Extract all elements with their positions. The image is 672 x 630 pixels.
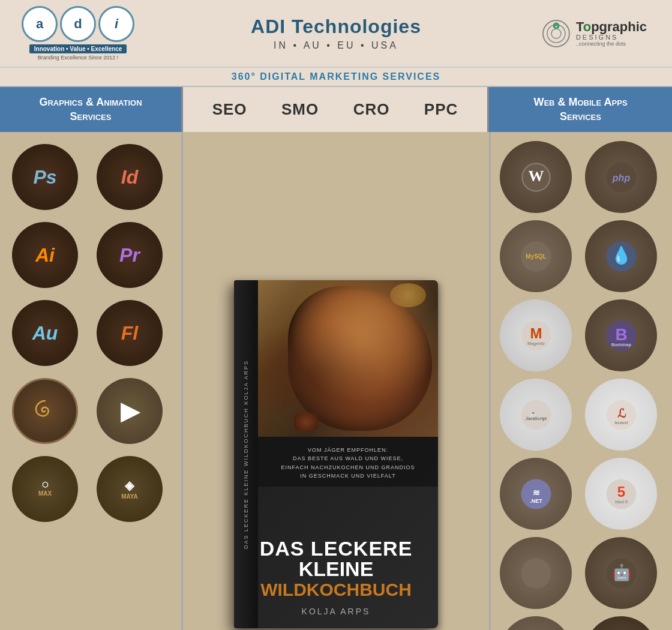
adi-logo: a d i: [22, 6, 134, 42]
svg-text:B: B: [615, 325, 627, 344]
indesign-icon: Id: [97, 144, 163, 210]
drupal-symbol: 💧: [605, 240, 638, 273]
wordpress-icon: W: [500, 141, 572, 213]
mysql-symbol: MySQL: [520, 240, 553, 273]
book-section: DAS LECKERE KLEINE WILDKOCHBUCH KOLJA AR…: [183, 132, 489, 630]
book-cover-image: [258, 280, 438, 437]
branding-sub: Branding Excellence Since 2012 !: [38, 55, 119, 61]
topographic-sub: ..connecting the dots: [576, 41, 647, 47]
svg-text:html 5: html 5: [615, 500, 628, 504]
html5-symbol: 5 html 5: [605, 478, 638, 511]
svg-text:MySQL: MySQL: [526, 253, 546, 260]
sf-symbol: [30, 396, 60, 426]
magento-symbol: M Magento: [520, 319, 553, 352]
svg-text:W: W: [528, 167, 544, 185]
laravel-symbol: ℒ laravel: [605, 398, 638, 431]
book-author: KOLJA ARPS: [246, 607, 426, 616]
company-name: ADI Technologies: [144, 16, 528, 38]
dotnet-icon: ≋ .NET: [500, 458, 572, 530]
bootstrap-symbol: B Bootstrap: [605, 319, 638, 352]
android-icon: 🤖: [585, 537, 657, 609]
topographic-logo-section: T Topgraphic DESIGNS ..connecting the do…: [528, 19, 660, 49]
svg-point-32: [521, 558, 551, 588]
book-container: DAS LECKERE KLEINE WILDKOCHBUCH KOLJA AR…: [195, 144, 477, 630]
topographic-name: Topgraphic: [576, 20, 647, 34]
tagline: Innovation • Value • Excellence: [29, 44, 127, 53]
countries: IN • AU • EU • USA: [144, 40, 528, 51]
seo-label: SEO: [212, 100, 247, 119]
header: a d i Innovation • Value • Excellence Br…: [0, 0, 672, 68]
topographic-icon: T: [541, 19, 571, 49]
premiere-icon: Pr: [97, 222, 163, 288]
svg-text:T: T: [555, 25, 557, 29]
android-symbol: 🤖: [605, 557, 638, 590]
digital-marketing-header: SEO SMO CRO PPC: [183, 87, 489, 132]
meat-visual: [288, 286, 432, 431]
svg-text:M: M: [530, 325, 542, 341]
flash-icon: Fl: [97, 300, 163, 366]
web-mobile-col: W php MySQL 💧 M: [489, 132, 672, 630]
food-detail-2: [294, 413, 318, 431]
svg-text:Magento: Magento: [527, 341, 545, 346]
adi-letter-d: d: [60, 6, 96, 42]
smo-label: SMO: [281, 100, 319, 119]
company-name-section: ADI Technologies IN • AU • EU • USA: [144, 16, 528, 51]
drupal-icon: 💧: [585, 220, 657, 292]
magento-icon: M Magento: [500, 299, 572, 371]
book: DAS LECKERE KLEINE WILDKOCHBUCH KOLJA AR…: [234, 280, 438, 628]
banner-360: 360° DIGITAL MARKETING SERVICES: [0, 68, 672, 87]
angularjs-icon: A AngularJS: [500, 616, 572, 630]
adi-logo-section: a d i Innovation • Value • Excellence Br…: [12, 6, 144, 61]
symfony-icon: [12, 378, 78, 444]
apple-icon: [500, 537, 572, 609]
bootstrap-icon: B Bootstrap: [585, 299, 657, 371]
javascript-icon: ☕ JavaScript: [500, 379, 572, 451]
svg-text:🤖: 🤖: [611, 563, 631, 582]
apple-symbol: [520, 557, 553, 590]
book-title: DAS LECKERE KLEINE WILDKOCHBUCH: [246, 538, 426, 601]
adi-letter-i: i: [98, 6, 134, 42]
dotnet-symbol: ≋ .NET: [520, 478, 553, 511]
audition-icon: Au: [12, 300, 78, 366]
svg-point-2: [551, 29, 561, 38]
main-content: Ps Id Ai Pr Au Fl ▶ ⬡ MAX ◈ MAYA: [0, 132, 672, 630]
wordpress-symbol: W: [520, 161, 553, 194]
ppc-label: PPC: [424, 100, 458, 119]
svg-text:JavaScript: JavaScript: [525, 416, 547, 421]
column-headers: Graphics & AnimationServices SEO SMO CRO…: [0, 87, 672, 132]
graphics-header-label: Graphics & AnimationServices: [39, 95, 142, 124]
svg-text:☕: ☕: [530, 410, 536, 416]
illustrator-icon: Ai: [12, 222, 78, 288]
cro-label: CRO: [353, 100, 390, 119]
web-mobile-header-label: Web & Mobile AppsServices: [533, 95, 627, 124]
3dsmax-icon: ⬡ MAX: [12, 456, 78, 522]
laravel-icon: ℒ laravel: [585, 379, 657, 451]
graphics-header: Graphics & AnimationServices: [0, 87, 183, 132]
svg-text:5: 5: [617, 484, 625, 500]
html5-icon: 5 html 5: [585, 458, 657, 530]
svg-text:.NET: .NET: [530, 498, 542, 504]
graphics-tools-col: Ps Id Ai Pr Au Fl ▶ ⬡ MAX ◈ MAYA: [0, 132, 183, 630]
food-detail-1: [390, 283, 426, 307]
web-mobile-header: Web & Mobile AppsServices: [489, 87, 672, 132]
svg-text:ℒ: ℒ: [617, 407, 626, 420]
svg-text:php: php: [611, 173, 630, 183]
adi-letter-a: a: [22, 6, 58, 42]
javascript-symbol: ☕ JavaScript: [520, 398, 553, 431]
maya-icon: ◈ MAYA: [97, 456, 163, 522]
php-symbol: php: [605, 161, 638, 194]
play-icon: ▶: [97, 378, 163, 444]
svg-text:Bootstrap: Bootstrap: [611, 343, 631, 347]
php-icon: php: [585, 141, 657, 213]
topographic-designs: DESIGNS: [576, 34, 647, 41]
mysql-icon: MySQL: [500, 220, 572, 292]
book-subtitle: VOM JÄGER EMPFOHLEN: DAS BESTE AUS WALD …: [258, 437, 438, 487]
svg-text:laravel: laravel: [614, 421, 628, 425]
svg-text:💧: 💧: [611, 245, 632, 265]
photoshop-icon: Ps: [12, 144, 78, 210]
nodejs-icon: node js: [585, 616, 657, 630]
svg-text:≋: ≋: [532, 488, 539, 497]
